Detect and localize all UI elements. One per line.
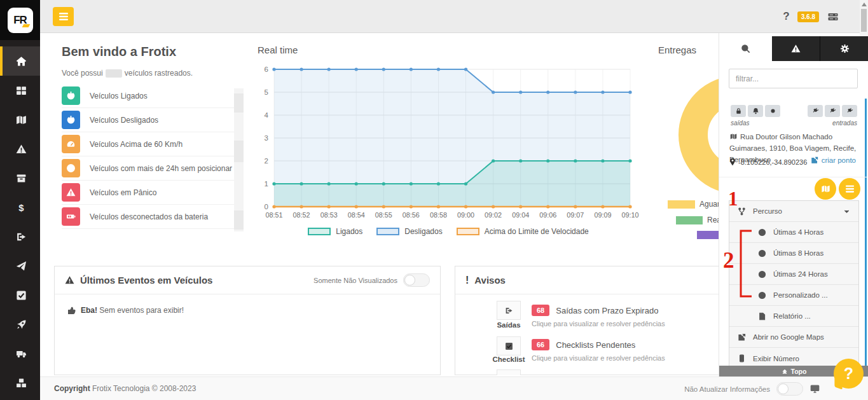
menu-item-5[interactable]: Relatório ... — [729, 306, 858, 327]
redacted-count — [106, 69, 122, 78]
nav-item-assets[interactable] — [0, 368, 40, 397]
frotix-dashboard: FR $ ? 3.6.8 Bem vindo a Frotix Você pos… — [0, 0, 868, 400]
realtime-title: Real time — [258, 45, 639, 55]
status-icon-box — [62, 135, 80, 153]
checklist-icon — [16, 290, 27, 301]
toggle-knob — [778, 383, 789, 394]
legend-swatch — [457, 228, 479, 235]
floating-help-button[interactable]: ? — [834, 359, 864, 389]
map-icon — [729, 133, 738, 140]
map-icon — [16, 114, 27, 125]
only-unseen-toggle[interactable] — [403, 273, 430, 287]
status-row-1[interactable]: Veículos Desligados — [62, 108, 235, 132]
notice-item-1[interactable]: 66Checklists PendentesClique para visual… — [532, 339, 665, 362]
hamburger-icon — [59, 12, 69, 21]
svg-text:08:58: 08:58 — [430, 211, 447, 219]
vehicle-status-list: Veículos LigadosVeículos DesligadosVeícu… — [62, 84, 235, 229]
circleo-icon — [505, 375, 513, 376]
status-row-0[interactable]: Veículos Ligados — [62, 84, 235, 108]
nav-item-exits[interactable] — [0, 222, 40, 251]
servers-icon[interactable] — [827, 11, 839, 22]
scrollbar-thumb[interactable] — [861, 9, 867, 32]
filter-input[interactable] — [729, 69, 858, 88]
status-row-3[interactable]: Veículos com mais de 24h sem posicionar — [62, 156, 235, 181]
finance-icon: $ — [16, 202, 27, 213]
warning-icon — [65, 275, 74, 285]
inputs-label: entradas — [832, 120, 857, 127]
status-row-2[interactable]: Veículos Acima de 60 Km/h — [62, 132, 235, 156]
last-events-title: Últimos Eventos em Veículos — [80, 275, 212, 286]
vehicle-coordinates: -8.105226,-34.890236 — [729, 158, 807, 166]
notice-count-badge: 66 — [532, 339, 549, 350]
menu-item-6[interactable]: Abrir no Google Maps — [729, 327, 858, 348]
notice-item-0[interactable]: 68Saídas com Prazo ExpiradoClique para v… — [532, 305, 665, 328]
status-row-4[interactable]: Veículos em Pânico — [62, 181, 235, 205]
output-bell-button[interactable] — [748, 105, 763, 117]
status-label: Veículos Acima de 60 Km/h — [90, 140, 183, 149]
svg-text:3: 3 — [265, 134, 268, 142]
nav-item-vehicles[interactable] — [0, 339, 40, 368]
nav-item-finance[interactable]: $ — [0, 193, 40, 222]
app-logo[interactable]: FR — [0, 0, 40, 40]
question-mark-icon: ? — [844, 364, 853, 383]
avisos-tab-extra[interactable] — [497, 369, 521, 375]
tab-alerts[interactable] — [772, 36, 820, 61]
footer-controls: Não Atualizar Informações — [684, 382, 820, 396]
status-row-5[interactable]: Veículos desconectados da bateria — [62, 205, 235, 229]
back-to-top-label: Topo — [791, 368, 807, 375]
events-filter: Somente Não Visualizados — [313, 273, 430, 287]
input-plug-button[interactable] — [808, 105, 823, 117]
svg-text:$: $ — [18, 202, 24, 212]
help-icon[interactable]: ? — [783, 10, 789, 23]
avisos-tab-checklist[interactable] — [497, 336, 521, 355]
last-events-header: Últimos Eventos em Veículos Somente Não … — [55, 266, 440, 294]
show-menu-button[interactable] — [839, 178, 860, 200]
output-dot-button[interactable] — [765, 105, 780, 117]
realtime-legend: LigadosDesligadosAcima do Limite de Velo… — [258, 227, 639, 236]
nav-item-checklist[interactable] — [0, 280, 40, 310]
power-icon — [66, 91, 76, 100]
plug-icon — [846, 107, 853, 114]
possess-prefix: Você possui — [62, 69, 103, 78]
show-map-button[interactable] — [815, 178, 836, 200]
svg-text:0: 0 — [265, 203, 268, 210]
legend-swatch — [697, 231, 719, 239]
nav-item-send[interactable] — [0, 251, 40, 280]
sidebar-toggle-button[interactable] — [53, 7, 74, 26]
empty-emphasis: Eba! — [81, 306, 97, 315]
avisos-tab-saídas[interactable] — [497, 301, 521, 320]
clock-icon — [66, 163, 76, 173]
output-lock-button[interactable] — [731, 105, 746, 117]
external-link-icon — [811, 156, 818, 164]
scrollbar-up-arrow-icon[interactable] — [862, 3, 867, 6]
status-label: Veículos com mais de 24h sem posicionar — [90, 164, 232, 173]
tracked-vehicles-text: Você possuiveículos rastreados. — [62, 69, 193, 78]
nav-item-modules[interactable] — [0, 76, 40, 105]
nav-item-rocket[interactable] — [0, 310, 40, 339]
no-update-toggle[interactable] — [776, 382, 803, 396]
nav-item-archive[interactable] — [0, 163, 40, 193]
svg-text:08:56: 08:56 — [403, 211, 420, 219]
notice-title: Saídas com Prazo Expirado — [556, 306, 658, 315]
input-plug-button[interactable] — [825, 105, 840, 117]
svg-text:09:10: 09:10 — [621, 211, 638, 219]
nav-item-alerts[interactable] — [0, 134, 40, 163]
menu-item-label: Abrir no Google Maps — [753, 333, 824, 341]
input-plug-button[interactable] — [842, 105, 857, 117]
nav-item-home[interactable] — [0, 46, 40, 76]
menu-item-label: Personalizado ... — [773, 291, 828, 299]
create-point-link[interactable]: criar ponto — [811, 156, 856, 164]
logo-mark: FR — [8, 8, 33, 33]
svg-text:08:54: 08:54 — [348, 211, 365, 219]
status-label: Veículos desconectados da bateria — [90, 212, 208, 221]
tab-search[interactable] — [719, 36, 772, 61]
status-icon-box — [62, 159, 80, 177]
copyright-rest: Frotix Tecnologia © 2008-2023 — [90, 384, 196, 393]
nav-item-map[interactable] — [0, 105, 40, 134]
page-scrollbar[interactable] — [860, 0, 868, 36]
lock-icon — [735, 107, 742, 114]
monitor-icon[interactable] — [809, 384, 820, 394]
status-icon-box — [62, 183, 80, 202]
tab-settings[interactable] — [820, 36, 868, 61]
avisos-title: Avisos — [474, 275, 506, 286]
